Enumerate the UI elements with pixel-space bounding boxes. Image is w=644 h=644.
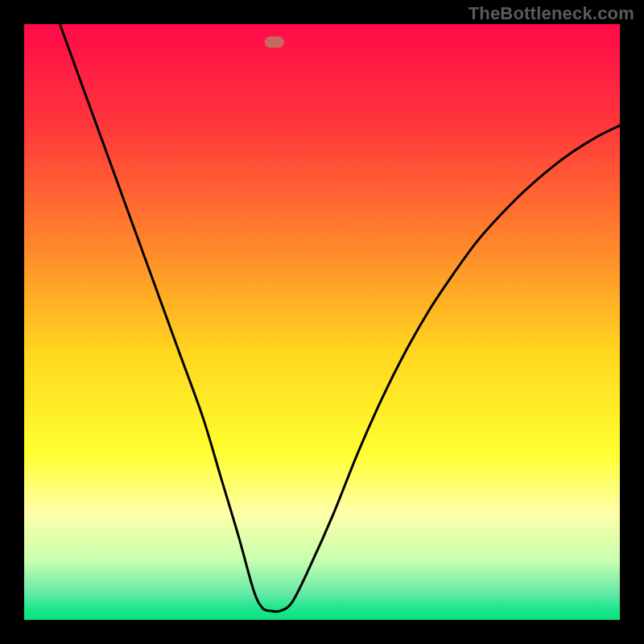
chart-frame: TheBottleneck.com xyxy=(0,0,644,644)
bottleneck-chart xyxy=(0,0,644,644)
plot-background xyxy=(24,24,620,620)
optimum-marker xyxy=(265,36,284,47)
watermark-text: TheBottleneck.com xyxy=(469,3,634,24)
